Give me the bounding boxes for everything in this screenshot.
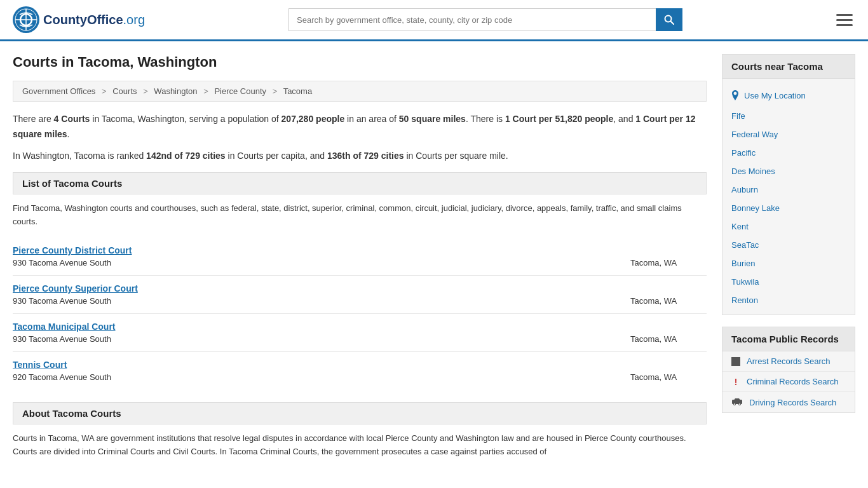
court-item: Tennis Court 920 Tacoma Avenue South Tac… <box>13 352 707 390</box>
breadcrumb-sep-3: > <box>203 86 208 96</box>
menu-line-3 <box>836 24 853 26</box>
car-icon <box>731 397 743 407</box>
breadcrumb-gov-offices[interactable]: Government Offices <box>22 86 95 96</box>
courts-list: Pierce County District Court 930 Tacoma … <box>13 238 707 390</box>
list-section-header: List of Tacoma Courts <box>13 172 707 194</box>
menu-line-1 <box>836 14 853 16</box>
nearby-city-seatac[interactable]: SeaTac <box>722 236 855 254</box>
public-records-title: Tacoma Public Records <box>722 327 855 351</box>
court-address: 930 Tacoma Avenue South <box>13 258 111 268</box>
breadcrumb-sep-4: > <box>273 86 278 96</box>
nearby-city-renton[interactable]: Renton <box>722 291 855 309</box>
menu-button[interactable] <box>834 11 855 29</box>
nearby-section-title: Courts near Tacoma <box>722 55 855 79</box>
nearby-section: Courts near Tacoma Use My Location Fife … <box>722 54 855 315</box>
search-input[interactable] <box>288 8 656 31</box>
svg-line-5 <box>671 22 674 25</box>
court-address: 920 Tacoma Avenue South <box>13 372 111 382</box>
court-name[interactable]: Tennis Court <box>13 360 707 370</box>
court-city: Tacoma, WA <box>630 372 707 382</box>
breadcrumb-tacoma[interactable]: Tacoma <box>283 86 313 96</box>
search-button[interactable] <box>656 8 682 31</box>
search-icon <box>664 15 674 25</box>
court-details: 930 Tacoma Avenue South Tacoma, WA <box>13 258 707 268</box>
court-details: 930 Tacoma Avenue South Tacoma, WA <box>13 334 707 344</box>
court-name[interactable]: Pierce County Superior Court <box>13 283 707 294</box>
breadcrumb: Government Offices > Courts > Washington… <box>13 81 707 102</box>
breadcrumb-sep-2: > <box>143 86 148 96</box>
search-area <box>288 8 682 31</box>
nearby-city-auburn[interactable]: Auburn <box>722 180 855 199</box>
nearby-city-kent[interactable]: Kent <box>722 217 855 236</box>
public-record-driving[interactable]: Driving Records Search <box>722 392 855 412</box>
arrest-icon <box>731 357 740 366</box>
arrest-records-link[interactable]: Arrest Records Search <box>747 356 831 366</box>
criminal-records-link[interactable]: Criminal Records Search <box>747 377 839 386</box>
court-city: Tacoma, WA <box>630 334 707 344</box>
header: CountyOffice.org <box>0 0 868 41</box>
court-name[interactable]: Tacoma Municipal Court <box>13 322 707 332</box>
nearby-city-burien[interactable]: Burien <box>722 254 855 273</box>
page-title: Courts in Tacoma, Washington <box>13 54 707 71</box>
public-records-section: Tacoma Public Records Arrest Records Sea… <box>722 327 855 413</box>
nearby-city-federal-way[interactable]: Federal Way <box>722 125 855 144</box>
public-record-criminal[interactable]: ! Criminal Records Search <box>722 372 855 392</box>
breadcrumb-courts[interactable]: Courts <box>112 86 137 96</box>
use-location-link[interactable]: Use My Location <box>722 84 855 107</box>
court-item: Tacoma Municipal Court 930 Tacoma Avenue… <box>13 314 707 352</box>
public-record-arrest[interactable]: Arrest Records Search <box>722 351 855 372</box>
nearby-city-bonney-lake[interactable]: Bonney Lake <box>722 199 855 217</box>
nearby-links: Use My Location Fife Federal Way Pacific… <box>722 79 855 315</box>
court-details: 930 Tacoma Avenue South Tacoma, WA <box>13 296 707 306</box>
court-name[interactable]: Pierce County District Court <box>13 245 707 255</box>
info-text: There are 4 Courts in Tacoma, Washington… <box>13 112 707 163</box>
menu-line-2 <box>836 19 853 21</box>
logo-text: CountyOffice.org <box>43 13 145 27</box>
court-city: Tacoma, WA <box>630 258 707 268</box>
court-details: 920 Tacoma Avenue South Tacoma, WA <box>13 372 707 382</box>
breadcrumb-washington[interactable]: Washington <box>154 86 197 96</box>
about-section-header: About Tacoma Courts <box>13 402 707 424</box>
breadcrumb-pierce-county[interactable]: Pierce County <box>214 86 266 96</box>
nearby-city-des-moines[interactable]: Des Moines <box>722 162 855 180</box>
sidebar: Courts near Tacoma Use My Location Fife … <box>722 54 855 459</box>
nearby-city-tukwila[interactable]: Tukwila <box>722 273 855 291</box>
court-address: 930 Tacoma Avenue South <box>13 334 111 344</box>
court-address: 930 Tacoma Avenue South <box>13 296 111 306</box>
location-icon <box>731 90 739 100</box>
breadcrumb-sep-1: > <box>102 86 107 96</box>
court-item: Pierce County District Court 930 Tacoma … <box>13 238 707 276</box>
nearby-city-pacific[interactable]: Pacific <box>722 144 855 162</box>
court-city: Tacoma, WA <box>630 296 707 306</box>
driving-records-link[interactable]: Driving Records Search <box>749 398 836 407</box>
list-description: Find Tacoma, Washington courts and court… <box>13 202 707 229</box>
court-item: Pierce County Superior Court 930 Tacoma … <box>13 276 707 314</box>
main-layout: Courts in Tacoma, Washington Government … <box>0 41 868 471</box>
criminal-icon: ! <box>731 377 740 386</box>
logo-icon <box>13 6 39 33</box>
about-text: Courts in Tacoma, WA are government inst… <box>13 432 707 459</box>
content-area: Courts in Tacoma, Washington Government … <box>13 54 707 459</box>
nearby-city-fife[interactable]: Fife <box>722 107 855 125</box>
logo-area: CountyOffice.org <box>13 6 145 33</box>
